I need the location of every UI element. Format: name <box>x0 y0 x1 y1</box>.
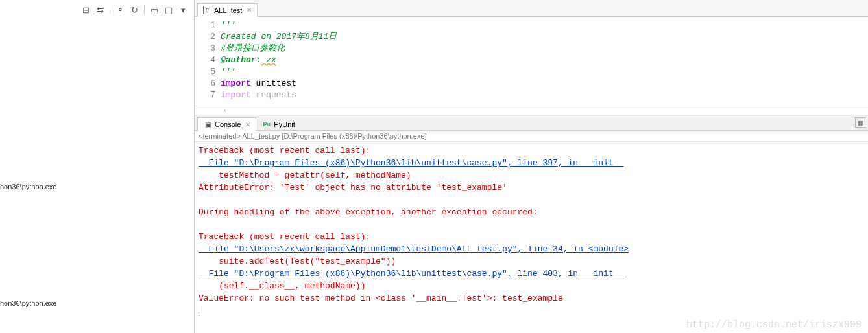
right-pane: P ALL_test ✕ 1 2 3 4 5 6 7 ''' Created o… <box>195 0 868 333</box>
editor-area: P ALL_test ✕ 1 2 3 4 5 6 7 ''' Created o… <box>195 0 868 115</box>
cursor <box>199 306 199 316</box>
traceback-line: During handling of the above exception, … <box>199 207 538 217</box>
traceback-code: testMethod = getattr(self, methodName) <box>199 170 411 180</box>
focus-task-icon[interactable]: ⚬ <box>114 4 126 16</box>
code-doctag: @author: <box>221 55 261 65</box>
code-editor[interactable]: 1 2 3 4 5 6 7 ''' Created on 2017年8月11日 … <box>195 17 868 106</box>
code-module: unittest <box>251 78 296 88</box>
tab-label: ALL_test <box>214 6 242 14</box>
line-number-gutter: 1 2 3 4 5 6 7 <box>195 19 221 106</box>
console-icon: ▣ <box>203 120 212 129</box>
pyunit-icon: Pu <box>262 120 271 129</box>
traceback-line: Traceback (most recent call last): <box>199 146 370 155</box>
traceback-file-link[interactable]: File "D:\Program Files (x86)\Python36\li… <box>199 158 623 168</box>
project-explorer-pane: ⊟ ⇆ ⚬ ↻ ▭ ▢ ▾ hon36\python.exe hon36\pyt… <box>0 0 195 333</box>
line-number: 4 <box>195 54 215 66</box>
editor-tab-all-test[interactable]: P ALL_test ✕ <box>197 3 258 17</box>
line-number: 1 <box>195 19 215 31</box>
code-keyword: import <box>221 90 251 100</box>
code-string: ''' <box>221 67 235 76</box>
traceback-code: (self.__class__, methodName)) <box>199 281 365 291</box>
traceback-line: Traceback (most recent call last): <box>199 232 370 242</box>
editor-scroll-bar[interactable]: ‹ <box>195 106 868 115</box>
explorer-toolbar: ⊟ ⇆ ⚬ ↻ ▭ ▢ ▾ <box>80 4 189 16</box>
tab-pyunit[interactable]: Pu PyUnit <box>256 117 300 131</box>
code-string: Created on 2017年8月11日 <box>221 32 337 41</box>
line-number: 5 <box>195 66 215 78</box>
tree-item-python-exe[interactable]: hon36\python.exe <box>0 181 56 192</box>
console-process-header: <terminated> ALL_test.py [D:\Program Fil… <box>195 131 868 142</box>
separator <box>144 5 145 14</box>
code-author: zx <box>261 55 276 65</box>
python-file-icon: P <box>203 6 211 14</box>
minimize-icon[interactable]: ▭ <box>149 4 160 16</box>
sync-icon[interactable]: ↻ <box>128 4 140 16</box>
code-string: ''' <box>221 20 235 30</box>
traceback-error: AttributeError: 'Test' object has no att… <box>199 183 507 192</box>
view-menu-icon[interactable]: ▾ <box>177 4 189 16</box>
console-toolbar-icon[interactable]: ▦ <box>855 117 865 128</box>
collapse-all-icon[interactable]: ⊟ <box>80 4 91 16</box>
code-lines[interactable]: ''' Created on 2017年8月11日 #登录接口参数化 @auth… <box>221 19 868 106</box>
code-module: requests <box>251 90 296 100</box>
tab-label: Console <box>215 121 241 128</box>
line-number: 2 <box>195 31 215 43</box>
line-number: 3 <box>195 43 215 54</box>
tree-item[interactable]: hon36\python.exe <box>0 181 56 192</box>
traceback-file-link[interactable]: File "D:\Program Files (x86)\Python36\li… <box>199 269 623 279</box>
tree-item[interactable]: hon36\python.exe <box>0 298 56 308</box>
separator <box>110 5 110 14</box>
traceback-error: ValueError: no such test method in <clas… <box>199 293 563 303</box>
console-area: ▣ Console ✕ Pu PyUnit ▦ <terminated> ALL… <box>195 115 868 333</box>
console-output[interactable]: Traceback (most recent call last): File … <box>195 142 868 333</box>
tab-label: PyUnit <box>274 121 295 128</box>
scroll-left-icon[interactable]: ‹ <box>224 107 226 114</box>
code-keyword: import <box>221 78 251 88</box>
tree-item-python-exe[interactable]: hon36\python.exe <box>0 298 56 308</box>
editor-tab-bar: P ALL_test ✕ <box>195 0 868 17</box>
close-icon[interactable]: ✕ <box>245 121 250 128</box>
traceback-code: suite.addTest(Test("test_example")) <box>199 257 396 266</box>
link-editor-icon[interactable]: ⇆ <box>94 4 106 16</box>
close-icon[interactable]: ✕ <box>247 6 252 14</box>
line-number: 7 <box>195 89 215 101</box>
line-number: 6 <box>195 78 215 89</box>
console-tab-bar: ▣ Console ✕ Pu PyUnit ▦ <box>195 115 868 131</box>
maximize-icon[interactable]: ▢ <box>163 4 175 16</box>
traceback-file-link[interactable]: File "D:\Users\zx\workspace\AppiumDemo1\… <box>199 244 629 254</box>
tab-console[interactable]: ▣ Console ✕ <box>197 117 256 131</box>
code-comment: #登录接口参数化 <box>221 43 285 53</box>
